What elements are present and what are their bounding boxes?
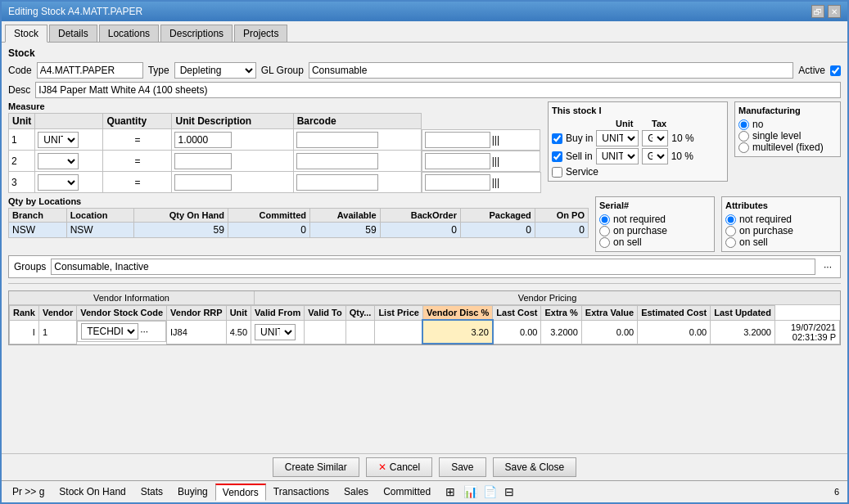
col-branch: Branch xyxy=(9,209,67,223)
qty-row-1: NSW NSW 59 0 59 0 0 0 xyxy=(9,223,589,238)
buy-in-checkbox[interactable] xyxy=(552,133,562,144)
cell-on-po: 0 xyxy=(535,223,588,238)
bottom-tab-vendors[interactable]: Vendors xyxy=(215,484,266,501)
groups-row: Groups ··· xyxy=(8,255,841,278)
mfg-single-radio[interactable] xyxy=(738,131,749,142)
mfg-no-radio[interactable] xyxy=(738,119,749,130)
window-title: Editing Stock A4.MATT.PAPER xyxy=(8,6,142,17)
type-select[interactable]: Depleting xyxy=(174,62,256,79)
unit-select-2[interactable] xyxy=(38,153,79,169)
chart-icon[interactable]: 📊 xyxy=(461,483,479,501)
attrs-not-required-label: not required xyxy=(739,214,792,225)
unit-select-vendor[interactable]: UNIT xyxy=(255,324,296,340)
active-checkbox[interactable] xyxy=(830,65,841,76)
vcell-rrp: 4.50 xyxy=(226,320,251,344)
main-window: Editing Stock A4.MATT.PAPER 🗗 ✕ Stock De… xyxy=(0,0,849,504)
vcell-rank: 1 xyxy=(38,320,76,344)
grid-icon[interactable]: ⊟ xyxy=(500,483,518,501)
col-backorder: BackOrder xyxy=(380,209,460,223)
serial-on-purchase-radio[interactable] xyxy=(599,226,610,236)
create-similar-button[interactable]: Create Similar xyxy=(273,457,359,477)
action-bar: Create Similar ✕ Cancel Save Save & Clos… xyxy=(2,453,847,480)
vcell-valid-to xyxy=(345,320,375,344)
groups-more-btn[interactable]: ··· xyxy=(820,261,835,272)
tax-header: Tax xyxy=(652,119,666,128)
serial-not-required-radio[interactable] xyxy=(599,214,610,225)
attrs-not-required-radio[interactable] xyxy=(725,214,736,225)
vcell-indicator: I xyxy=(10,320,39,344)
mfg-no-label: no xyxy=(752,119,763,130)
measure-col-qty: Quantity xyxy=(103,114,172,129)
document-icon[interactable]: 📄 xyxy=(481,483,499,501)
sell-tax-pct: 10 % xyxy=(671,151,693,162)
table-icon[interactable]: ⊞ xyxy=(441,483,459,501)
buy-tax-pct: 10 % xyxy=(671,133,693,144)
groups-input[interactable] xyxy=(51,259,815,275)
manufacturing-label: Manufacturing xyxy=(738,106,837,115)
barcode-1[interactable] xyxy=(425,132,490,148)
barcode-3[interactable] xyxy=(425,174,490,191)
service-checkbox[interactable] xyxy=(552,167,562,178)
cell-qty-on-hand: 59 xyxy=(134,223,228,238)
stock-header-row: Code A4.MATT.PAPER Type Depleting GL Gro… xyxy=(8,62,841,79)
mfg-multi-radio[interactable] xyxy=(738,142,749,153)
buy-tax-select[interactable]: G xyxy=(642,130,668,146)
bottom-tab-prg[interactable]: Pr >> g xyxy=(5,484,52,500)
vcell-list-price[interactable]: 3.20 xyxy=(422,320,492,344)
tab-descriptions[interactable]: Descriptions xyxy=(160,25,233,42)
tab-projects[interactable]: Projects xyxy=(234,25,287,42)
restore-button[interactable]: 🗗 xyxy=(811,5,824,18)
qty-locations-section: Qty by Locations Branch Location Qty On … xyxy=(8,196,589,238)
qty-input-1[interactable] xyxy=(174,132,232,148)
vcol-last-updated: Last Updated xyxy=(711,306,775,321)
vcol-est-cost: Estimated Cost xyxy=(638,306,711,321)
col-on-po: On PO xyxy=(535,209,588,223)
sell-in-checkbox[interactable] xyxy=(552,151,562,162)
bottom-tab-sales[interactable]: Sales xyxy=(336,484,376,500)
save-close-button[interactable]: Save & Close xyxy=(493,457,577,477)
vcol-extra-pct: Extra % xyxy=(541,306,581,321)
unit-desc-2[interactable] xyxy=(296,153,378,169)
attrs-on-sell-radio[interactable] xyxy=(725,237,736,248)
bottom-tab-stats[interactable]: Stats xyxy=(133,484,170,500)
vendor-select[interactable]: TECHDIST xyxy=(81,323,138,340)
qty-input-2[interactable] xyxy=(174,153,232,169)
measure-col-eq xyxy=(35,114,103,129)
desc-input[interactable]: IJ84 Paper Matt White A4 (100 sheets) xyxy=(35,82,841,98)
separator-1 xyxy=(8,283,841,284)
unit-desc-1[interactable] xyxy=(296,132,378,148)
unit-desc-3[interactable] xyxy=(296,174,378,191)
bottom-tab-transactions[interactable]: Transactions xyxy=(266,484,336,500)
measure-label: Measure xyxy=(8,101,541,111)
manufacturing-panel: Manufacturing no single level multilevel… xyxy=(734,101,841,157)
unit-select-3[interactable] xyxy=(38,174,79,191)
tab-locations[interactable]: Locations xyxy=(99,25,159,42)
save-button[interactable]: Save xyxy=(439,457,485,477)
col-available: Available xyxy=(310,209,381,223)
unit-select-1[interactable]: UNIT xyxy=(38,132,79,148)
buy-unit-select[interactable]: UNIT xyxy=(596,130,639,146)
attrs-on-purchase-radio[interactable] xyxy=(725,226,736,236)
sell-unit-select[interactable]: UNIT xyxy=(596,148,639,164)
vcol-last-cost: Last Cost xyxy=(493,306,541,321)
serial-on-sell-label: on sell xyxy=(613,236,642,248)
tab-details[interactable]: Details xyxy=(49,25,97,42)
close-button[interactable]: ✕ xyxy=(828,5,841,18)
sell-tax-select[interactable]: G xyxy=(642,148,668,164)
tab-stock[interactable]: Stock xyxy=(5,25,47,43)
vcol-valid-to: Valid To xyxy=(305,306,345,321)
bottom-tab-buying[interactable]: Buying xyxy=(170,484,215,500)
vendor-ellipsis[interactable]: ··· xyxy=(140,326,148,337)
gl-group-input[interactable]: Consumable xyxy=(309,62,793,79)
cancel-button[interactable]: ✕ Cancel xyxy=(366,457,432,477)
col-qty-on-hand: Qty On Hand xyxy=(134,209,228,223)
serial-on-sell-radio[interactable] xyxy=(599,237,610,248)
bottom-tab-stock-on-hand[interactable]: Stock On Hand xyxy=(52,484,133,500)
code-input[interactable]: A4.MATT.PAPER xyxy=(37,62,143,79)
bottom-tab-committed[interactable]: Committed xyxy=(376,484,438,500)
serial-on-sell-row: on sell xyxy=(599,236,711,248)
barcode-2[interactable] xyxy=(425,153,490,169)
vendor-table: Rank Vendor Vendor Stock Code Vendor RRP… xyxy=(9,305,840,344)
qty-input-3[interactable] xyxy=(174,174,232,191)
vcell-last-cost: 3.2000 xyxy=(541,320,581,344)
